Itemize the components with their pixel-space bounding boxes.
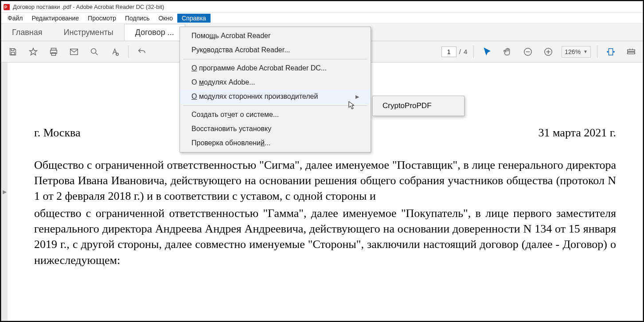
page-current-input[interactable] — [441, 47, 457, 57]
doc-paragraph-2: общество с ограниченной ответственностью… — [34, 206, 616, 268]
star-icon[interactable] — [26, 45, 40, 59]
help-item-adobe-modules[interactable]: О модулях Adobe... — [180, 75, 371, 89]
help-item-repair[interactable]: Восстановить установку — [180, 122, 371, 136]
tab-document[interactable]: Договор ... — [124, 24, 185, 41]
undo-icon[interactable] — [135, 45, 149, 59]
help-item-guides[interactable]: Руководства Acrobat Reader... — [180, 43, 371, 57]
third-party-submenu: CryptoProPDF — [372, 96, 464, 116]
fit-width-icon[interactable] — [604, 45, 618, 59]
submenu-item-cryptopro[interactable]: CryptoProPDF — [373, 99, 464, 113]
search-icon[interactable] — [87, 45, 101, 59]
window-title: Договор поставки .pdf - Adobe Acrobat Re… — [13, 4, 164, 10]
doc-city: г. Москва — [34, 126, 81, 140]
page-display-icon[interactable] — [624, 45, 638, 59]
menu-help[interactable]: Справка — [177, 14, 211, 23]
menu-view[interactable]: Просмотр — [83, 14, 121, 23]
tab-home[interactable]: Главная — [1, 24, 53, 41]
svg-point-6 — [91, 48, 96, 53]
help-item-system-report[interactable]: Создать отчет о системе... — [180, 108, 371, 122]
svg-rect-10 — [609, 48, 613, 55]
selection-tool-icon[interactable] — [480, 45, 494, 59]
zoom-in-icon[interactable] — [541, 45, 555, 59]
menu-separator — [183, 105, 367, 106]
app-window: Договор поставки .pdf - Adobe Acrobat Re… — [1, 1, 643, 321]
page-sep: / — [459, 48, 461, 55]
page-nav: / 4 — [441, 47, 468, 57]
help-item-about[interactable]: О программе Adobe Acrobat Reader DC... — [180, 61, 371, 75]
hand-tool-icon[interactable] — [500, 45, 515, 59]
svg-rect-12 — [628, 52, 635, 54]
email-icon[interactable] — [67, 45, 81, 59]
svg-rect-11 — [628, 50, 635, 51]
help-item-updates[interactable]: Проверка обновлений... — [180, 136, 371, 150]
menu-window[interactable]: Окно — [154, 14, 177, 23]
doc-paragraph-1: Общество с ограниченной ответственностью… — [34, 157, 616, 204]
pdf-icon — [3, 4, 10, 11]
save-icon[interactable] — [6, 45, 20, 59]
tab-tools[interactable]: Инструменты — [53, 24, 124, 41]
zoom-value: 126% — [565, 48, 581, 55]
menubar: Файл Редактирование Просмотр Подпись Окн… — [1, 13, 643, 23]
menu-file[interactable]: Файл — [3, 14, 27, 23]
zoom-select[interactable]: 126% ▼ — [562, 46, 591, 58]
menu-separator — [183, 59, 367, 59]
print-icon[interactable] — [47, 45, 61, 59]
sidebar-handle[interactable]: ▶ — [1, 62, 8, 321]
submenu-arrow-icon: ▶ — [355, 94, 359, 100]
help-dropdown: Помощь Acrobat Reader Руководства Acroba… — [180, 27, 371, 152]
menu-edit[interactable]: Редактирование — [27, 14, 83, 23]
svg-rect-1 — [11, 52, 14, 54]
doc-date: 31 марта 2021 г. — [539, 126, 616, 140]
help-item-help-reader[interactable]: Помощь Acrobat Reader — [180, 29, 371, 43]
zoom-out-icon[interactable] — [521, 45, 535, 59]
page-total: 4 — [464, 48, 467, 55]
svg-point-7 — [116, 53, 119, 55]
toolbar-separator — [597, 46, 597, 58]
chevron-down-icon: ▼ — [583, 49, 588, 54]
titlebar: Договор поставки .pdf - Adobe Acrobat Re… — [1, 1, 643, 13]
svg-rect-4 — [51, 52, 55, 55]
toolbar-separator — [473, 46, 474, 58]
text-tool-icon[interactable] — [108, 45, 122, 59]
menu-sign[interactable]: Подпись — [121, 14, 154, 23]
help-item-third-party-modules[interactable]: О модулях сторонних производителей▶ — [180, 89, 371, 104]
toolbar-separator — [128, 46, 129, 58]
